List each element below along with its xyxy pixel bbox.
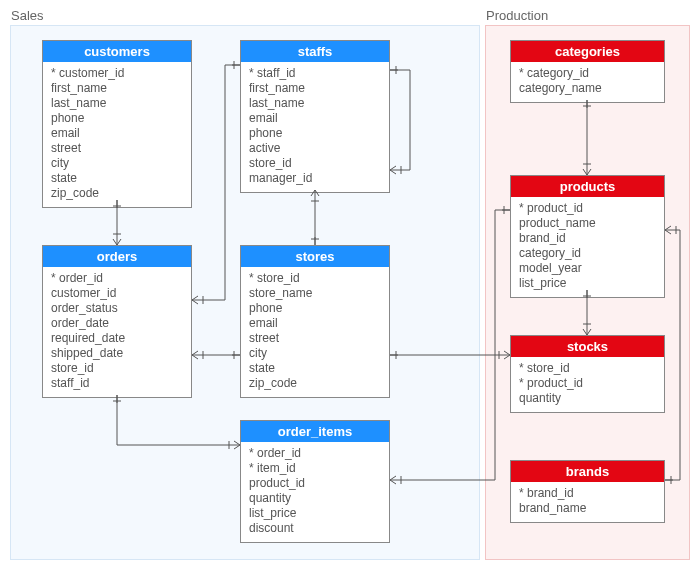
column: shipped_date	[51, 346, 183, 361]
column: active	[249, 141, 381, 156]
entity-brands-body: * brand_idbrand_name	[511, 482, 664, 522]
entity-products-title: products	[511, 176, 664, 197]
column: quantity	[249, 491, 381, 506]
entity-products-body: * product_idproduct_namebrand_idcategory…	[511, 197, 664, 297]
column: email	[249, 316, 381, 331]
column: first_name	[51, 81, 183, 96]
column: * store_id	[519, 361, 656, 376]
column: state	[51, 171, 183, 186]
column: state	[249, 361, 381, 376]
column: brand_name	[519, 501, 656, 516]
column: street	[51, 141, 183, 156]
entity-stores-title: stores	[241, 246, 389, 267]
entity-products: products * product_idproduct_namebrand_i…	[510, 175, 665, 298]
column: email	[249, 111, 381, 126]
entity-stocks-body: * store_id* product_idquantity	[511, 357, 664, 412]
entity-staffs-body: * staff_idfirst_namelast_nameemailphonea…	[241, 62, 389, 192]
column: required_date	[51, 331, 183, 346]
column: product_id	[249, 476, 381, 491]
column: phone	[249, 126, 381, 141]
entity-orders-body: * order_idcustomer_idorder_statusorder_d…	[43, 267, 191, 397]
column: order_status	[51, 301, 183, 316]
entity-customers-title: customers	[43, 41, 191, 62]
column: zip_code	[51, 186, 183, 201]
column: customer_id	[51, 286, 183, 301]
entity-customers-body: * customer_idfirst_namelast_namephoneema…	[43, 62, 191, 207]
column: email	[51, 126, 183, 141]
column: store_name	[249, 286, 381, 301]
column: * store_id	[249, 271, 381, 286]
column: * item_id	[249, 461, 381, 476]
column: store_id	[51, 361, 183, 376]
column: category_name	[519, 81, 656, 96]
entity-order-items: order_items * order_id* item_idproduct_i…	[240, 420, 390, 543]
entity-categories: categories * category_idcategory_name	[510, 40, 665, 103]
column: phone	[51, 111, 183, 126]
entity-stores: stores * store_idstore_namephoneemailstr…	[240, 245, 390, 398]
column: brand_id	[519, 231, 656, 246]
column: product_name	[519, 216, 656, 231]
column: last_name	[51, 96, 183, 111]
entity-categories-body: * category_idcategory_name	[511, 62, 664, 102]
entity-brands-title: brands	[511, 461, 664, 482]
column: category_id	[519, 246, 656, 261]
column: list_price	[249, 506, 381, 521]
entity-stocks: stocks * store_id* product_idquantity	[510, 335, 665, 413]
column: discount	[249, 521, 381, 536]
column: * staff_id	[249, 66, 381, 81]
column: * customer_id	[51, 66, 183, 81]
entity-orders-title: orders	[43, 246, 191, 267]
column: order_date	[51, 316, 183, 331]
column: city	[51, 156, 183, 171]
entity-brands: brands * brand_idbrand_name	[510, 460, 665, 523]
entity-orders: orders * order_idcustomer_idorder_status…	[42, 245, 192, 398]
entity-stocks-title: stocks	[511, 336, 664, 357]
column: first_name	[249, 81, 381, 96]
schema-production-label: Production	[486, 8, 548, 23]
column: * order_id	[51, 271, 183, 286]
column: * product_id	[519, 376, 656, 391]
column: phone	[249, 301, 381, 316]
entity-staffs-title: staffs	[241, 41, 389, 62]
entity-order-items-title: order_items	[241, 421, 389, 442]
entity-customers: customers * customer_idfirst_namelast_na…	[42, 40, 192, 208]
column: manager_id	[249, 171, 381, 186]
column: * product_id	[519, 201, 656, 216]
column: quantity	[519, 391, 656, 406]
column: city	[249, 346, 381, 361]
column: store_id	[249, 156, 381, 171]
entity-staffs: staffs * staff_idfirst_namelast_nameemai…	[240, 40, 390, 193]
column: staff_id	[51, 376, 183, 391]
entity-categories-title: categories	[511, 41, 664, 62]
column: model_year	[519, 261, 656, 276]
column: * brand_id	[519, 486, 656, 501]
entity-order-items-body: * order_id* item_idproduct_idquantitylis…	[241, 442, 389, 542]
column: street	[249, 331, 381, 346]
column: last_name	[249, 96, 381, 111]
column: * category_id	[519, 66, 656, 81]
column: zip_code	[249, 376, 381, 391]
schema-sales-label: Sales	[11, 8, 44, 23]
column: * order_id	[249, 446, 381, 461]
column: list_price	[519, 276, 656, 291]
entity-stores-body: * store_idstore_namephoneemailstreetcity…	[241, 267, 389, 397]
